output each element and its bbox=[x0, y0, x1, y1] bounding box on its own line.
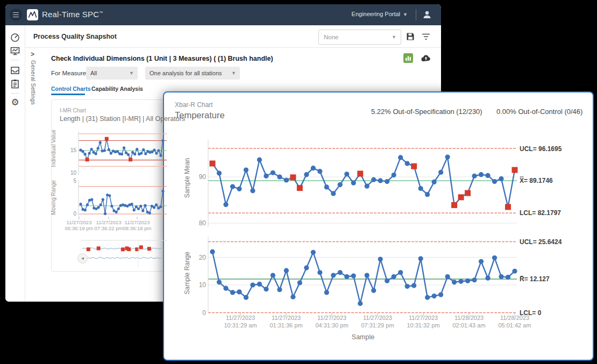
snapshot-preset-select[interactable]: None ▼ bbox=[318, 30, 401, 45]
left-sidebar: ⚙ bbox=[5, 25, 25, 302]
sidebar-divider bbox=[11, 93, 19, 94]
tab-control-charts[interactable]: Control Charts bbox=[51, 85, 91, 92]
imr-individual-y-axis-label: Individual Value bbox=[51, 130, 56, 167]
mean-y-tick: 80 bbox=[194, 219, 206, 227]
header-divider bbox=[25, 47, 441, 48]
imr-chart-title: Length | (31) Station [I-MR] | All Opera… bbox=[60, 115, 185, 123]
imr-movingrange-y-axis-label: Moving Range bbox=[51, 180, 56, 215]
mean-lcl-label: LCL= 82.1797 bbox=[520, 209, 561, 217]
mean-ucl-label: UCL= 96.1695 bbox=[520, 145, 562, 153]
active-tab-underline bbox=[51, 94, 85, 95]
mean-y-axis-label: Sample Mean bbox=[183, 158, 191, 198]
x-tick-label: 11/27/202307:31:29 pm bbox=[355, 315, 400, 330]
chevron-down-icon: ▼ bbox=[403, 12, 408, 17]
analysis-card-title: Check Individual Dimensions (1 Unit | 3 … bbox=[51, 55, 273, 62]
x-tick-label: 11/27/202301:31:36 pm bbox=[264, 315, 309, 330]
sidebar-divider bbox=[11, 60, 19, 60]
dashboard-gauge-icon[interactable] bbox=[10, 32, 20, 43]
save-icon[interactable] bbox=[406, 32, 415, 41]
range-center-label: R̄= 12.127 bbox=[520, 275, 550, 283]
imr-y-tick: 15 bbox=[65, 147, 76, 153]
imr-chart-type-label: I-MR Chart bbox=[60, 108, 86, 113]
range-y-tick: 0 bbox=[194, 309, 206, 317]
clipboard-list-icon[interactable] bbox=[10, 78, 20, 89]
chevron-down-icon: ▼ bbox=[231, 70, 236, 76]
tab-capability-analysis[interactable]: Capability Analysis bbox=[91, 85, 143, 92]
preset-value: None bbox=[324, 34, 392, 40]
mean-y-tick: 90 bbox=[194, 173, 206, 181]
user-account-icon[interactable] bbox=[422, 9, 432, 20]
for-measure-label: For Measure: bbox=[51, 70, 88, 76]
x-tick-label: 11/27/202304:31:30 pm bbox=[309, 315, 354, 330]
imr-y-tick: 0 bbox=[65, 211, 76, 217]
analytics-chart-icon[interactable] bbox=[403, 53, 413, 63]
measure-value: All bbox=[90, 70, 129, 76]
portal-selector[interactable]: Engineering Portal▼ bbox=[352, 11, 408, 17]
out-of-control-stat: 0.00% Out-of-Control (0/46) bbox=[496, 108, 582, 116]
range-y-axis-label: Sample Range bbox=[183, 252, 191, 294]
collapse-panel-chevron-icon[interactable]: > bbox=[31, 51, 34, 58]
xbar-chart-type-label: Xbar-R Chart bbox=[175, 101, 213, 109]
imr-x-tick-label: 11/27/202308:36:18 pm bbox=[120, 219, 154, 232]
imr-y-tick: 10 bbox=[65, 170, 76, 176]
app-title: Real-Time SPC™ bbox=[42, 10, 103, 19]
settings-gear-icon[interactable]: ⚙ bbox=[10, 97, 20, 108]
range-y-tick: 10 bbox=[194, 281, 206, 289]
hamburger-menu-icon[interactable] bbox=[10, 9, 22, 21]
imr-y-tick: 5 bbox=[65, 178, 76, 184]
chevron-down-icon: ▼ bbox=[129, 70, 134, 76]
mean-center-label: X̿= 89.1746 bbox=[520, 177, 553, 184]
range-y-tick: 20 bbox=[194, 254, 206, 261]
cloud-export-icon[interactable] bbox=[421, 53, 431, 63]
page-title: Process Quality Snapshot bbox=[33, 33, 117, 40]
out-of-specification-stat: 5.22% Out-of-Specification (12/230) bbox=[371, 108, 482, 116]
navbar-divider bbox=[416, 9, 416, 20]
filter-icon[interactable] bbox=[422, 33, 430, 40]
inbox-box-icon[interactable] bbox=[10, 65, 20, 76]
navigator-prev-button[interactable]: ◂ bbox=[77, 253, 88, 263]
range-ucl-label: UCL= 25.6424 bbox=[520, 238, 562, 246]
chevron-down-icon: ▼ bbox=[392, 34, 396, 40]
analysis-value: One analysis for all stations bbox=[150, 70, 231, 76]
x-tick-label: 11/27/202310:31:29 am bbox=[218, 315, 263, 330]
measure-select[interactable]: All ▼ bbox=[86, 67, 138, 80]
top-navbar: Real-Time SPC™ Engineering Portal▼ bbox=[5, 4, 441, 25]
x-tick-label: 11/28/202302:01:43 am bbox=[446, 315, 492, 330]
x-axis-title: Sample bbox=[342, 333, 385, 341]
x-tick-label: 11/27/202310:31:32 pm bbox=[401, 315, 446, 330]
x-tick-label: 11/28/202305:01:42 am bbox=[492, 315, 537, 330]
analysis-mode-select[interactable]: One analysis for all stations ▼ bbox=[145, 67, 240, 80]
general-settings-collapsed-label[interactable]: General Settings bbox=[30, 60, 37, 105]
app-logo bbox=[27, 9, 38, 20]
monitor-chart-icon[interactable] bbox=[10, 46, 20, 56]
trademark: ™ bbox=[99, 11, 103, 15]
xbar-r-chart-popup: Xbar-R Chart Temperature 5.22% Out-of-Sp… bbox=[163, 91, 594, 361]
xbar-chart-title: Temperature bbox=[175, 110, 225, 120]
